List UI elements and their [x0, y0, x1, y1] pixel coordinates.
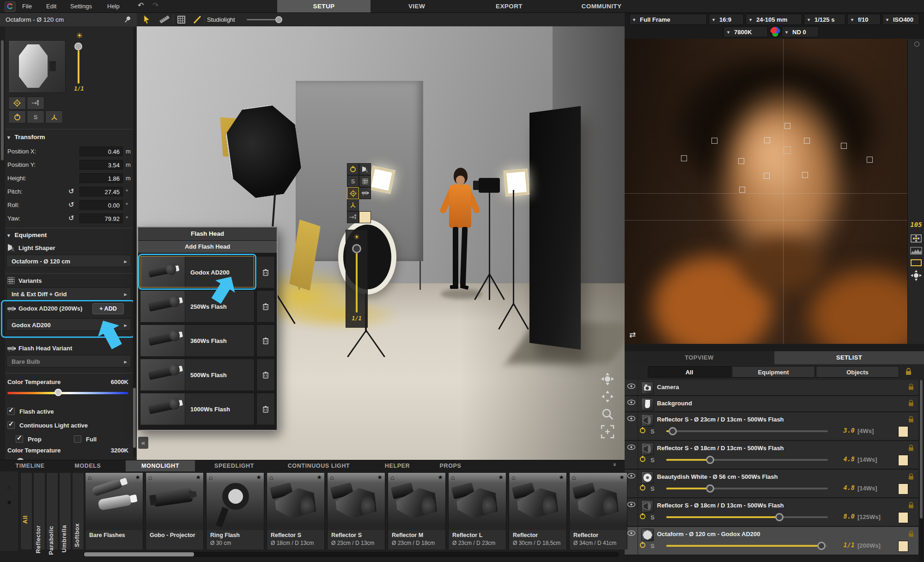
- color-temp-slider-knob[interactable]: [55, 389, 62, 396]
- flash-option-500ws[interactable]: 500Ws Flash: [140, 359, 255, 391]
- filter-objects[interactable]: Objects: [816, 366, 899, 378]
- color-temp-slider-track[interactable]: [7, 392, 128, 394]
- visibility-eye-icon[interactable]: [627, 415, 635, 422]
- library-scrollbar[interactable]: [83, 552, 619, 557]
- delete-flash-icon[interactable]: [256, 256, 275, 288]
- setlist-row[interactable]: Octaform - Ø 120 cm - Godox AD200 S 1/1 …: [625, 527, 918, 556]
- home-icon[interactable]: ⌂: [572, 474, 576, 481]
- power-slider-track[interactable]: [666, 459, 828, 461]
- tab-export[interactable]: EXPORT: [463, 0, 555, 12]
- row-power-icon[interactable]: [639, 542, 646, 550]
- row-power-icon[interactable]: [639, 513, 646, 521]
- row-solo-button[interactable]: S: [650, 428, 655, 435]
- category-parabolic[interactable]: Parabolic: [46, 472, 58, 550]
- prop-checkbox[interactable]: [16, 435, 23, 443]
- tab-continuous-light[interactable]: CONTINUOUS LIGHT: [282, 460, 356, 472]
- equipment-card[interactable]: ⌂ ★ Reflector Ø 30cm / D 18,5cm: [509, 472, 567, 549]
- overlay-target-button[interactable]: [347, 187, 359, 199]
- equipment-card[interactable]: ⌂ ★ Reflector Ø 34cm / D 41cm: [569, 472, 627, 549]
- favorite-star-icon[interactable]: ★: [498, 474, 504, 481]
- setlist-row[interactable]: Reflector S - Ø 18cm / D 13cm - 500Ws Fl…: [625, 441, 918, 470]
- row-power-icon[interactable]: [639, 484, 646, 492]
- line-tool-icon[interactable]: [193, 15, 201, 24]
- favorite-star-icon[interactable]: ★: [559, 474, 564, 481]
- solo-button[interactable]: S: [27, 110, 44, 123]
- delete-flash-icon[interactable]: [256, 359, 275, 391]
- gel-color-swatch[interactable]: [898, 483, 908, 495]
- tab-speedlight[interactable]: SPEEDLIGHT: [209, 460, 260, 472]
- overlay-stand-button[interactable]: [347, 199, 359, 211]
- collapse-library-icon[interactable]: «: [611, 463, 618, 466]
- orbit-camera-icon[interactable]: [910, 271, 922, 280]
- position-x-input[interactable]: 0.46: [79, 147, 123, 156]
- yaw-input[interactable]: 79.92: [79, 214, 123, 223]
- delete-flash-icon[interactable]: [256, 324, 275, 357]
- tab-view[interactable]: VIEW: [371, 0, 463, 12]
- tab-topview[interactable]: TOPVIEW: [625, 351, 774, 364]
- row-solo-button[interactable]: S: [650, 485, 655, 492]
- panel-edge-scrollbar[interactable]: [0, 26, 5, 460]
- flash-option-360ws[interactable]: 360Ws Flash: [140, 324, 255, 357]
- lock-icon[interactable]: [908, 473, 914, 481]
- light-shaper-dropdown[interactable]: Octaform - Ø 120 cm: [6, 255, 131, 267]
- gel-color-swatch[interactable]: [898, 541, 908, 552]
- power-button[interactable]: [8, 110, 26, 123]
- panel-scrollbar[interactable]: [133, 27, 136, 457]
- studiolight-slider-knob[interactable]: [275, 16, 282, 23]
- row-solo-button[interactable]: S: [650, 514, 655, 521]
- lens-dropdown[interactable]: 24-105 mm: [746, 14, 802, 25]
- tab-community[interactable]: COMMUNITY: [555, 0, 648, 12]
- category-reflector[interactable]: Reflector: [33, 472, 45, 550]
- flash-active-checkbox[interactable]: [7, 408, 15, 415]
- gel-color-swatch[interactable]: [898, 426, 908, 437]
- menu-settings[interactable]: Settings: [70, 0, 92, 12]
- gel-color-swatch[interactable]: [898, 512, 908, 523]
- home-icon[interactable]: ⌂: [88, 474, 91, 481]
- row-solo-button[interactable]: S: [650, 543, 655, 550]
- tab-timeline[interactable]: TIMELINE: [9, 460, 51, 472]
- power-slider-track[interactable]: [666, 488, 828, 489]
- menu-edit[interactable]: Edit: [46, 0, 56, 12]
- visibility-eye-icon[interactable]: [627, 530, 635, 537]
- color-picker-icon[interactable]: [770, 26, 781, 37]
- equipment-card[interactable]: ⌂ ★ Ring Flash Ø 30 cm: [206, 472, 264, 549]
- ruler-tool-icon[interactable]: [159, 16, 169, 23]
- setlist-row[interactable]: Reflector S - Ø 23cm / D 13cm - 500Ws Fl…: [625, 412, 918, 441]
- undo-icon[interactable]: ↶: [138, 0, 144, 12]
- favorite-star-icon[interactable]: ★: [135, 474, 140, 481]
- pitch-input[interactable]: 27.45: [79, 187, 123, 196]
- position-y-input[interactable]: 3.54: [79, 160, 123, 170]
- power-slider-knob[interactable]: [775, 513, 784, 521]
- transform-section-header[interactable]: Transform: [7, 134, 45, 140]
- reset-roll-icon[interactable]: ↺: [68, 201, 74, 209]
- tab-helper[interactable]: HELPER: [379, 460, 416, 472]
- collapse-panel-icon[interactable]: «: [138, 437, 148, 449]
- home-icon[interactable]: ⌂: [390, 474, 394, 481]
- home-icon[interactable]: ⌂: [0, 483, 18, 491]
- intensity-slider-track[interactable]: [78, 50, 79, 84]
- overlay-point-at-model-button[interactable]: [347, 211, 359, 223]
- power-slider-track[interactable]: [666, 545, 828, 547]
- favorite-star-icon[interactable]: ★: [377, 474, 383, 481]
- setlist-row[interactable]: Beautydish White - Ø 56 cm - 500Ws Flash…: [625, 470, 918, 498]
- favorite-star-icon[interactable]: ★: [195, 474, 201, 481]
- flash-option-1000ws[interactable]: 1000Ws Flash: [140, 393, 255, 425]
- category-all[interactable]: All: [20, 472, 32, 550]
- grid-tool-icon[interactable]: [177, 16, 185, 24]
- equipment-card[interactable]: ⌂ ★ Reflector L Ø 23cm / D 23cm: [448, 472, 506, 549]
- power-slider-knob[interactable]: [706, 484, 714, 493]
- tab-models[interactable]: MODELS: [69, 460, 106, 472]
- equipment-section-header[interactable]: Equipment: [7, 232, 47, 238]
- variants-dropdown[interactable]: Int & Ext Diff + Grid: [6, 287, 131, 300]
- camera-preview[interactable]: ⇄: [625, 39, 907, 344]
- setlist-scrollbar[interactable]: [919, 380, 923, 562]
- favorites-star-icon[interactable]: ★: [0, 498, 18, 507]
- equipment-card[interactable]: ⌂ ★ Reflector M Ø 23cm / D 18cm: [388, 472, 446, 549]
- gel-color-swatch[interactable]: [898, 455, 908, 466]
- setlist-row[interactable]: Reflector S - Ø 18cm / D 13cm - 500Ws Fl…: [625, 498, 918, 527]
- filter-equipment[interactable]: Equipment: [732, 366, 815, 378]
- favorite-star-icon[interactable]: ★: [256, 474, 261, 481]
- power-slider-knob[interactable]: [706, 456, 714, 464]
- menu-file[interactable]: File: [22, 0, 32, 12]
- nd-filter-dropdown[interactable]: ND 0: [782, 26, 819, 37]
